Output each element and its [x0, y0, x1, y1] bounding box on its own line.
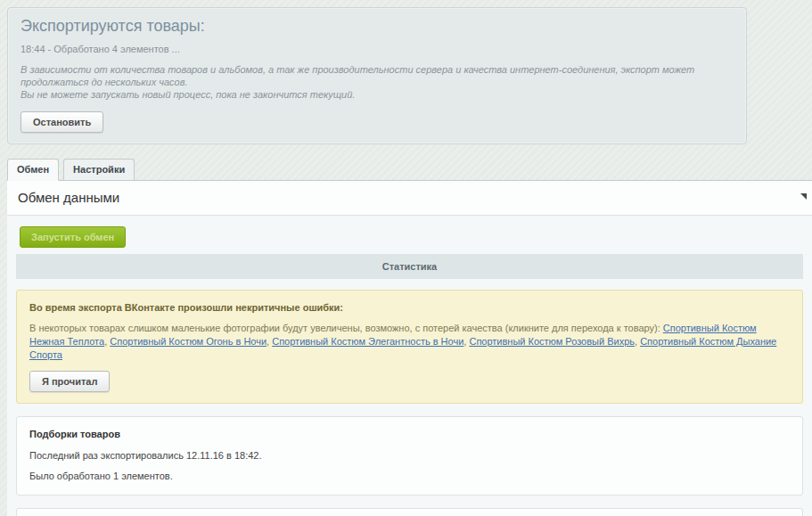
- page-header: Обмен данными: [7, 180, 812, 216]
- product-link[interactable]: Спортивный Костюм Элегантность в Ночи: [272, 336, 463, 347]
- statistics-header: Статистика: [16, 254, 803, 279]
- collections-title: Подборки товаров: [29, 429, 790, 439]
- product-link[interactable]: Спортивный Костюм Розовый Вихрь: [469, 336, 635, 347]
- products-section: Товары Экспорт выполняется сейчас. Обраб…: [16, 508, 803, 516]
- export-progress-text: 18:44 - Обработано 4 элементов ...: [21, 44, 734, 54]
- export-note: В зависимости от количества товаров и ал…: [21, 63, 734, 101]
- page-title: Обмен данными: [18, 190, 801, 205]
- collections-processed: Было обработано 1 элементов.: [29, 471, 790, 481]
- run-exchange-button[interactable]: Запустить обмен: [20, 226, 126, 248]
- tab-bar: Обмен Настройки: [7, 159, 812, 180]
- export-exchange-page: Экспортируются товары: 18:44 - Обработан…: [0, 0, 812, 516]
- tab-exchange[interactable]: Обмен: [7, 159, 59, 181]
- exchange-panel: Запустить обмен Статистика Во время эксп…: [7, 216, 812, 516]
- collapse-corner-icon[interactable]: [800, 193, 807, 200]
- tab-settings[interactable]: Настройки: [63, 159, 135, 180]
- warning-box: Во время экспорта ВКонтакте произошли не…: [16, 290, 803, 404]
- main-container: Обмен данными Запустить обмен Статистика…: [7, 180, 812, 516]
- product-link[interactable]: Спортивный Костюм Огонь в Ночи: [110, 336, 267, 347]
- acknowledge-button[interactable]: Я прочитал: [29, 371, 110, 392]
- warning-message: В некоторых товарах слишком маленькие фо…: [29, 322, 790, 362]
- warning-message-text: В некоторых товарах слишком маленькие фо…: [29, 323, 660, 333]
- export-status-box: Экспортируются товары: 18:44 - Обработан…: [7, 7, 747, 144]
- warning-title: Во время экспорта ВКонтакте произошли не…: [29, 302, 790, 313]
- collections-last-export: Последний раз экспортировались 12.11.16 …: [29, 450, 790, 461]
- collections-section: Подборки товаров Последний раз экспортир…: [16, 416, 803, 496]
- export-note-line2: Вы не можете запускать новый процесс, по…: [21, 88, 734, 101]
- export-note-line1: В зависимости от количества товаров и ал…: [21, 63, 734, 88]
- stop-button[interactable]: Остановить: [21, 111, 103, 133]
- export-status-title: Экспортируются товары:: [21, 17, 734, 36]
